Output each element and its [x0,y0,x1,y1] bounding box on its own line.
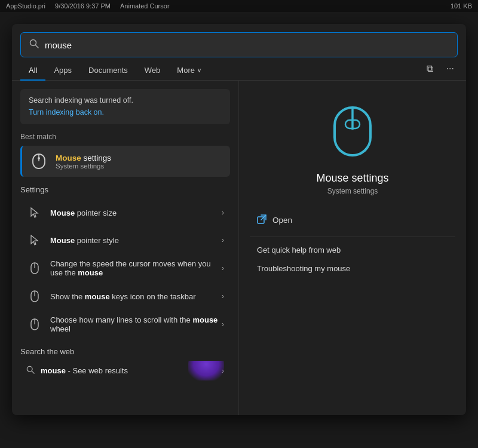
open-action[interactable]: Open [250,210,455,231]
web-search-icon [26,366,35,376]
best-match-title: Mouse settings [56,154,111,162]
taskbar-timestamp: 9/30/2016 9:37 PM [55,2,111,10]
tabs-row: All Apps Documents Web More ∨ ⧉ ··· [12,57,466,81]
tab-all[interactable]: All [20,61,45,81]
taskbar-cursor-label: Animated Cursor [120,2,170,10]
settings-item-pointer-style[interactable]: Mouse pointer style › [20,226,230,254]
taskbar-strip: AppStudio.pri 9/30/2016 9:37 PM Animated… [0,0,478,12]
right-panel-title: Mouse settings [316,172,388,185]
right-panel-subtitle: System settings [327,187,378,195]
svg-line-17 [261,215,266,220]
search-bar-icon [29,39,39,51]
chevron-right-icon-4: › [222,292,224,300]
chevron-right-icon-2: › [222,236,224,244]
open-label: Open [272,216,292,225]
web-search-section-label: Search the web [20,347,230,356]
settings-item-scroll-lines[interactable]: Choose how many lines to scroll with the… [20,310,230,339]
cursor-speed-icon [26,260,43,277]
svg-line-12 [32,371,34,373]
snap-icon[interactable]: ⧉ [423,61,437,76]
right-panel: Mouse settings System settings Open Get … [239,81,466,415]
svg-line-1 [36,45,39,48]
best-match-mouse-icon [29,152,48,171]
taskbar-file-size: 101 KB [451,2,472,10]
settings-item-mouse-keys[interactable]: Show the mouse keys icon on the taskbar … [20,283,230,310]
best-match-text: Mouse settings System settings [56,154,111,170]
settings-item-pointer-size[interactable]: Mouse pointer size › [20,199,230,226]
best-match-suffix: settings [81,154,111,162]
settings-item-pointer-size-text: Mouse pointer size [50,208,222,217]
best-match-label: Best match [20,133,230,141]
troubleshoot-text: Troubleshooting my mouse [257,264,350,273]
settings-item-cursor-speed[interactable]: Change the speed the cursor moves when y… [20,254,230,283]
chevron-down-icon: ∨ [197,67,201,73]
search-panel: All Apps Documents Web More ∨ ⧉ ··· Sear… [12,24,466,415]
tab-documents[interactable]: Documents [80,61,136,81]
quick-help-link[interactable]: Get quick help from web [250,241,455,259]
indexing-notice: Search indexing was turned off. Turn ind… [20,89,230,124]
svg-point-4 [38,157,40,159]
pointer-size-icon [26,204,43,221]
settings-item-mouse-keys-text: Show the mouse keys icon on the taskbar [50,292,222,301]
chevron-right-icon-5: › [222,320,224,329]
taskbar-app-name: AppStudio.pri [6,2,45,10]
tab-apps[interactable]: Apps [45,61,80,81]
best-match-subtitle: System settings [56,162,111,170]
more-options-icon[interactable]: ··· [443,61,458,76]
quick-help-text: Get quick help from web [257,246,341,254]
web-search-item[interactable]: mouse - See web results › [20,361,230,381]
chevron-right-icon-3: › [222,264,224,272]
open-icon [257,214,266,226]
mouse-settings-icon [329,105,376,161]
tab-web[interactable]: Web [136,61,169,81]
indexing-link[interactable]: Turn indexing back on. [29,108,104,116]
best-match-highlight: Mouse [56,154,81,162]
pointer-style-icon [26,232,43,248]
settings-item-cursor-speed-text: Change the speed the cursor moves when y… [50,259,222,277]
indexing-notice-text: Search indexing was turned off. [29,96,222,105]
content-area: Search indexing was turned off. Turn ind… [12,81,466,415]
tabs-right-actions: ⧉ ··· [423,61,458,80]
search-bar [20,32,458,57]
left-panel: Search indexing was turned off. Turn ind… [12,81,239,415]
best-match-item[interactable]: Mouse settings System settings [20,146,230,177]
search-input[interactable] [45,40,449,50]
tab-more[interactable]: More ∨ [168,61,210,81]
settings-item-scroll-lines-text: Choose how many lines to scroll with the… [50,315,222,333]
chevron-right-icon-1: › [222,208,224,217]
settings-section-label: Settings [20,185,230,194]
settings-item-pointer-style-text: Mouse pointer style [50,236,222,245]
scroll-lines-icon [26,316,43,333]
right-divider-1 [250,237,455,237]
troubleshoot-link[interactable]: Troubleshooting my mouse [250,259,455,278]
web-search-decoration [188,361,224,381]
mouse-keys-icon [26,288,43,305]
